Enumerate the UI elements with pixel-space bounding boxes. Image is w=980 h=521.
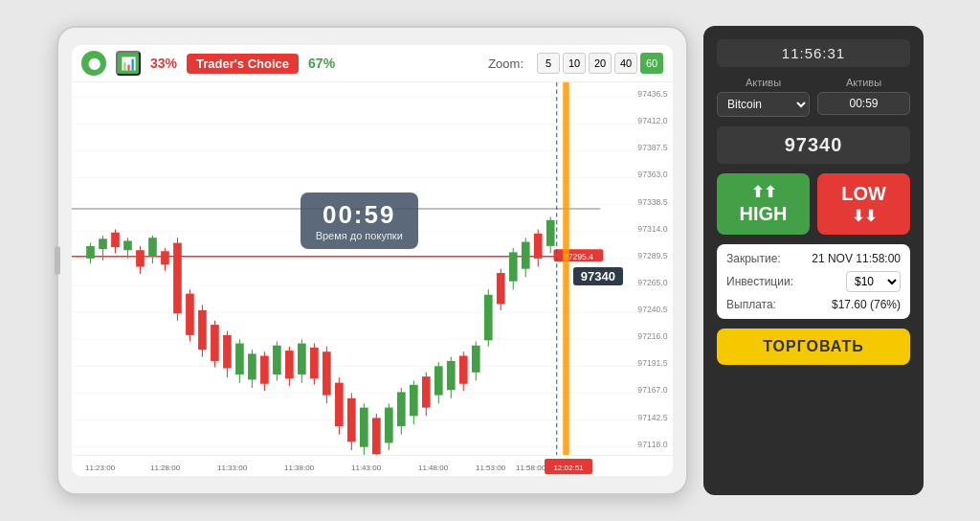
high-low-row: ⬆⬆ HIGH LOW ⬇⬇ [717,173,910,235]
invest-label: Инвестиции: [726,275,793,288]
pct-low: 33% [150,56,177,71]
x-axis: 11:23:00 11:28:00 11:33:00 11:38:00 11:4… [72,455,673,476]
svg-text:11:43:00: 11:43:00 [351,464,382,472]
trade-button[interactable]: ТОРГОВАТЬ [717,328,910,365]
pct-high: 67% [308,56,335,71]
svg-text:11:33:00: 11:33:00 [217,464,248,472]
zoom-10[interactable]: 10 [563,53,586,74]
assets-row: Активы Bitcoin Активы 00:59 [717,77,910,117]
svg-rect-56 [211,325,219,361]
svg-rect-98 [472,346,480,373]
svg-rect-102 [497,273,505,304]
assets-col-2: Активы 00:59 [817,77,910,117]
svg-rect-72 [310,348,319,378]
svg-rect-110 [546,220,555,246]
payout-value: $17.60 (76%) [832,298,901,311]
svg-rect-82 [372,418,381,454]
svg-text:97387.5: 97387.5 [637,143,667,152]
svg-rect-34 [563,82,568,476]
info-section: Закрытие: 21 NOV 11:58:00 Инвестиции: $1… [717,244,910,319]
svg-text:12:02:51: 12:02:51 [553,464,584,472]
svg-rect-78 [347,398,356,442]
svg-rect-80 [360,408,368,447]
tablet-inner: ⬤ 📊 33% Trader's Choice 67% Zoom: 5 10 2… [72,45,673,476]
svg-text:11:58:00: 11:58:00 [516,464,546,472]
low-label: LOW [841,183,886,205]
svg-text:97314.0: 97314.0 [637,224,667,234]
indicator-button[interactable]: ⬤ [81,51,106,76]
svg-text:11:38:00: 11:38:00 [284,464,315,472]
price-display: 97340 [717,126,910,164]
tablet-side-button [55,246,60,275]
svg-rect-54 [198,310,207,350]
timer-label: Время до покупки [316,230,403,241]
payout-row: Выплата: $17.60 (76%) [726,298,901,311]
payout-label: Выплата: [726,298,776,311]
zoom-20[interactable]: 20 [589,53,612,74]
assets-time-input[interactable]: 00:59 [817,92,910,115]
svg-rect-84 [385,408,393,443]
svg-rect-38 [99,238,107,249]
svg-text:97289.5: 97289.5 [637,251,667,260]
svg-rect-52 [186,294,194,335]
high-arrows: ⬆⬆ [751,183,776,201]
svg-rect-94 [447,361,456,390]
close-label: Закрытие: [726,252,781,265]
invest-select[interactable]: $10 $25 $50 $100 [846,271,901,292]
svg-rect-104 [509,252,518,281]
chart-area: 97436.5 97412.0 97387.5 97363.0 97338.5 … [72,82,673,476]
price-tag: 97340 [573,267,623,285]
high-button[interactable]: ⬆⬆ HIGH [717,173,810,235]
svg-rect-92 [434,366,443,395]
svg-rect-42 [123,240,132,250]
svg-rect-96 [459,356,468,384]
close-row: Закрытие: 21 NOV 11:58:00 [726,252,901,265]
svg-rect-70 [298,344,306,374]
svg-rect-108 [534,234,543,259]
svg-rect-66 [273,346,281,374]
tablet: ⬤ 📊 33% Trader's Choice 67% Zoom: 5 10 2… [56,26,688,495]
svg-text:97412.0: 97412.0 [637,116,667,125]
xaxis-svg: 11:23:00 11:28:00 11:33:00 11:38:00 11:4… [76,456,669,477]
svg-rect-60 [235,344,244,374]
svg-text:97338.5: 97338.5 [637,197,667,207]
asset-select[interactable]: Bitcoin [717,92,810,117]
zoom-60[interactable]: 60 [640,53,663,74]
low-arrows: ⬇⬇ [852,207,877,225]
svg-text:97216.0: 97216.0 [637,331,667,341]
svg-rect-44 [136,250,145,266]
assets-col-1: Активы Bitcoin [717,77,810,117]
zoom-40[interactable]: 40 [614,53,637,74]
svg-rect-76 [335,383,344,426]
svg-text:97191.5: 97191.5 [637,358,667,368]
svg-rect-50 [173,243,182,314]
svg-text:97118.0: 97118.0 [637,440,667,449]
svg-rect-100 [484,295,493,341]
svg-rect-64 [260,356,269,384]
chart-type-button[interactable]: 📊 [116,51,141,76]
svg-text:97265.0: 97265.0 [637,278,667,287]
time-display: 11:56:31 [717,39,910,67]
svg-text:97167.0: 97167.0 [637,385,667,395]
svg-text:11:28:00: 11:28:00 [150,464,181,472]
svg-rect-40 [111,233,120,247]
svg-rect-48 [161,251,169,264]
svg-rect-62 [248,353,256,379]
svg-text:11:23:00: 11:23:00 [85,464,116,472]
assets-label-2: Активы [817,77,910,88]
zoom-5[interactable]: 5 [537,53,560,74]
svg-text:97142.5: 97142.5 [637,413,667,422]
svg-text:11:48:00: 11:48:00 [418,464,449,472]
svg-text:97436.5: 97436.5 [637,89,667,99]
svg-rect-88 [410,385,418,416]
high-label: HIGH [740,203,788,225]
svg-rect-86 [397,392,406,426]
zoom-buttons: 5 10 20 40 60 [537,53,663,74]
svg-text:97240.5: 97240.5 [637,305,667,314]
right-panel: 11:56:31 Активы Bitcoin Активы 00:59 973… [703,26,924,495]
close-value: 21 NOV 11:58:00 [812,252,901,265]
svg-rect-58 [223,335,232,369]
low-button[interactable]: LOW ⬇⬇ [817,173,910,235]
svg-rect-36 [86,246,95,259]
traders-choice-badge: Trader's Choice [187,54,299,74]
